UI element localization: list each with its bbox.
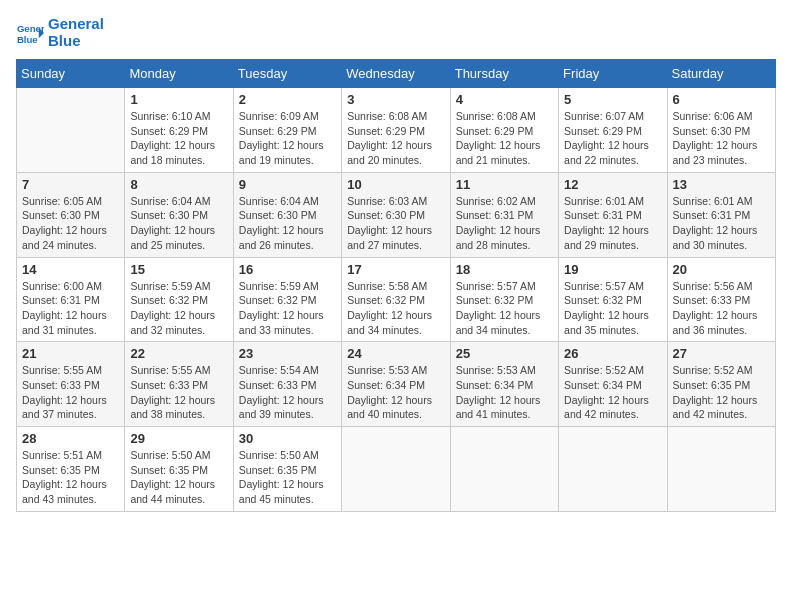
calendar-cell	[17, 88, 125, 173]
day-number: 13	[673, 177, 770, 192]
day-number: 17	[347, 262, 444, 277]
day-info: Sunrise: 5:54 AM Sunset: 6:33 PM Dayligh…	[239, 363, 336, 422]
day-number: 12	[564, 177, 661, 192]
calendar-cell: 2Sunrise: 6:09 AM Sunset: 6:29 PM Daylig…	[233, 88, 341, 173]
weekday-header: Monday	[125, 60, 233, 88]
calendar-cell: 27Sunrise: 5:52 AM Sunset: 6:35 PM Dayli…	[667, 342, 775, 427]
day-info: Sunrise: 5:52 AM Sunset: 6:34 PM Dayligh…	[564, 363, 661, 422]
weekday-header: Saturday	[667, 60, 775, 88]
calendar-cell: 19Sunrise: 5:57 AM Sunset: 6:32 PM Dayli…	[559, 257, 667, 342]
day-info: Sunrise: 6:04 AM Sunset: 6:30 PM Dayligh…	[239, 194, 336, 253]
day-number: 16	[239, 262, 336, 277]
day-info: Sunrise: 5:56 AM Sunset: 6:33 PM Dayligh…	[673, 279, 770, 338]
day-number: 15	[130, 262, 227, 277]
day-info: Sunrise: 5:57 AM Sunset: 6:32 PM Dayligh…	[564, 279, 661, 338]
day-number: 1	[130, 92, 227, 107]
calendar-cell: 18Sunrise: 5:57 AM Sunset: 6:32 PM Dayli…	[450, 257, 558, 342]
weekday-header: Sunday	[17, 60, 125, 88]
calendar-cell: 30Sunrise: 5:50 AM Sunset: 6:35 PM Dayli…	[233, 427, 341, 512]
calendar-cell: 13Sunrise: 6:01 AM Sunset: 6:31 PM Dayli…	[667, 172, 775, 257]
day-number: 19	[564, 262, 661, 277]
calendar-cell: 29Sunrise: 5:50 AM Sunset: 6:35 PM Dayli…	[125, 427, 233, 512]
weekday-header: Thursday	[450, 60, 558, 88]
day-info: Sunrise: 6:02 AM Sunset: 6:31 PM Dayligh…	[456, 194, 553, 253]
calendar-cell: 23Sunrise: 5:54 AM Sunset: 6:33 PM Dayli…	[233, 342, 341, 427]
day-info: Sunrise: 5:59 AM Sunset: 6:32 PM Dayligh…	[239, 279, 336, 338]
calendar-cell: 11Sunrise: 6:02 AM Sunset: 6:31 PM Dayli…	[450, 172, 558, 257]
day-info: Sunrise: 6:03 AM Sunset: 6:30 PM Dayligh…	[347, 194, 444, 253]
calendar-cell	[667, 427, 775, 512]
day-number: 24	[347, 346, 444, 361]
day-number: 8	[130, 177, 227, 192]
day-number: 20	[673, 262, 770, 277]
day-number: 7	[22, 177, 119, 192]
day-info: Sunrise: 5:55 AM Sunset: 6:33 PM Dayligh…	[22, 363, 119, 422]
calendar-cell: 24Sunrise: 5:53 AM Sunset: 6:34 PM Dayli…	[342, 342, 450, 427]
day-number: 2	[239, 92, 336, 107]
calendar-cell	[559, 427, 667, 512]
calendar-cell: 15Sunrise: 5:59 AM Sunset: 6:32 PM Dayli…	[125, 257, 233, 342]
day-number: 23	[239, 346, 336, 361]
svg-text:Blue: Blue	[17, 33, 38, 44]
day-number: 5	[564, 92, 661, 107]
day-number: 11	[456, 177, 553, 192]
day-number: 9	[239, 177, 336, 192]
day-info: Sunrise: 5:52 AM Sunset: 6:35 PM Dayligh…	[673, 363, 770, 422]
calendar-cell	[342, 427, 450, 512]
weekday-header: Wednesday	[342, 60, 450, 88]
day-info: Sunrise: 6:08 AM Sunset: 6:29 PM Dayligh…	[456, 109, 553, 168]
day-number: 4	[456, 92, 553, 107]
day-info: Sunrise: 5:57 AM Sunset: 6:32 PM Dayligh…	[456, 279, 553, 338]
day-number: 28	[22, 431, 119, 446]
calendar-cell: 14Sunrise: 6:00 AM Sunset: 6:31 PM Dayli…	[17, 257, 125, 342]
weekday-header: Friday	[559, 60, 667, 88]
day-info: Sunrise: 6:04 AM Sunset: 6:30 PM Dayligh…	[130, 194, 227, 253]
day-info: Sunrise: 5:55 AM Sunset: 6:33 PM Dayligh…	[130, 363, 227, 422]
calendar-cell: 3Sunrise: 6:08 AM Sunset: 6:29 PM Daylig…	[342, 88, 450, 173]
day-info: Sunrise: 5:50 AM Sunset: 6:35 PM Dayligh…	[130, 448, 227, 507]
day-info: Sunrise: 6:07 AM Sunset: 6:29 PM Dayligh…	[564, 109, 661, 168]
calendar-cell: 26Sunrise: 5:52 AM Sunset: 6:34 PM Dayli…	[559, 342, 667, 427]
page-header: General Blue General Blue	[16, 16, 776, 49]
calendar-header: SundayMondayTuesdayWednesdayThursdayFrid…	[17, 60, 776, 88]
weekday-header: Tuesday	[233, 60, 341, 88]
day-info: Sunrise: 6:00 AM Sunset: 6:31 PM Dayligh…	[22, 279, 119, 338]
calendar-cell	[450, 427, 558, 512]
calendar-cell: 16Sunrise: 5:59 AM Sunset: 6:32 PM Dayli…	[233, 257, 341, 342]
logo: General Blue General Blue	[16, 16, 104, 49]
day-number: 14	[22, 262, 119, 277]
logo-line2: Blue	[48, 33, 104, 50]
calendar-cell: 28Sunrise: 5:51 AM Sunset: 6:35 PM Dayli…	[17, 427, 125, 512]
calendar-table: SundayMondayTuesdayWednesdayThursdayFrid…	[16, 59, 776, 512]
day-number: 22	[130, 346, 227, 361]
calendar-cell: 1Sunrise: 6:10 AM Sunset: 6:29 PM Daylig…	[125, 88, 233, 173]
day-info: Sunrise: 5:51 AM Sunset: 6:35 PM Dayligh…	[22, 448, 119, 507]
day-info: Sunrise: 6:06 AM Sunset: 6:30 PM Dayligh…	[673, 109, 770, 168]
day-number: 21	[22, 346, 119, 361]
day-number: 3	[347, 92, 444, 107]
calendar-cell: 7Sunrise: 6:05 AM Sunset: 6:30 PM Daylig…	[17, 172, 125, 257]
day-info: Sunrise: 6:08 AM Sunset: 6:29 PM Dayligh…	[347, 109, 444, 168]
calendar-cell: 21Sunrise: 5:55 AM Sunset: 6:33 PM Dayli…	[17, 342, 125, 427]
day-info: Sunrise: 5:59 AM Sunset: 6:32 PM Dayligh…	[130, 279, 227, 338]
day-info: Sunrise: 6:10 AM Sunset: 6:29 PM Dayligh…	[130, 109, 227, 168]
calendar-cell: 25Sunrise: 5:53 AM Sunset: 6:34 PM Dayli…	[450, 342, 558, 427]
day-number: 26	[564, 346, 661, 361]
day-number: 18	[456, 262, 553, 277]
calendar-cell: 5Sunrise: 6:07 AM Sunset: 6:29 PM Daylig…	[559, 88, 667, 173]
day-number: 10	[347, 177, 444, 192]
day-info: Sunrise: 5:58 AM Sunset: 6:32 PM Dayligh…	[347, 279, 444, 338]
calendar-cell: 4Sunrise: 6:08 AM Sunset: 6:29 PM Daylig…	[450, 88, 558, 173]
logo-line1: General	[48, 16, 104, 33]
day-info: Sunrise: 6:05 AM Sunset: 6:30 PM Dayligh…	[22, 194, 119, 253]
day-info: Sunrise: 5:53 AM Sunset: 6:34 PM Dayligh…	[347, 363, 444, 422]
calendar-cell: 6Sunrise: 6:06 AM Sunset: 6:30 PM Daylig…	[667, 88, 775, 173]
day-number: 29	[130, 431, 227, 446]
day-info: Sunrise: 5:53 AM Sunset: 6:34 PM Dayligh…	[456, 363, 553, 422]
calendar-cell: 10Sunrise: 6:03 AM Sunset: 6:30 PM Dayli…	[342, 172, 450, 257]
calendar-cell: 8Sunrise: 6:04 AM Sunset: 6:30 PM Daylig…	[125, 172, 233, 257]
day-number: 30	[239, 431, 336, 446]
day-info: Sunrise: 5:50 AM Sunset: 6:35 PM Dayligh…	[239, 448, 336, 507]
day-info: Sunrise: 6:01 AM Sunset: 6:31 PM Dayligh…	[673, 194, 770, 253]
calendar-cell: 22Sunrise: 5:55 AM Sunset: 6:33 PM Dayli…	[125, 342, 233, 427]
